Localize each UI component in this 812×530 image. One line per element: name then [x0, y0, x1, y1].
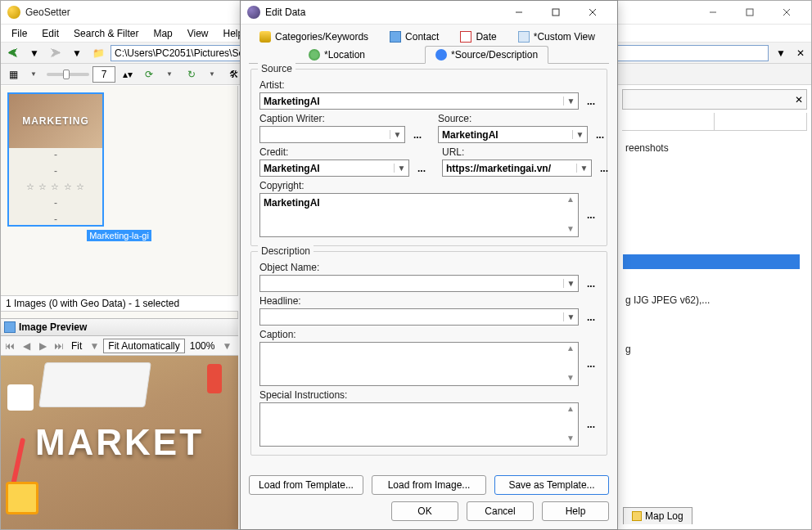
menu-search-filter[interactable]: Search & Filter — [66, 26, 146, 41]
sync-dropdown[interactable]: ▼ — [204, 66, 222, 83]
tab-source-description[interactable]: *Source/Description — [425, 46, 548, 64]
right-text-1: reenshots — [619, 131, 810, 160]
thumb-size-spinner[interactable]: ▴▾ — [119, 66, 137, 83]
url-field[interactable]: ▼ — [442, 159, 592, 177]
fit-dropdown-caret[interactable]: ▼ — [87, 340, 102, 352]
preview-last-button[interactable]: ⏭ — [52, 340, 66, 352]
fit-mode-select[interactable]: Fit Automatically — [103, 339, 184, 353]
right-highlight-bar — [623, 254, 800, 269]
headline-more-button[interactable]: ... — [584, 312, 598, 323]
preview-first-button[interactable]: ⏮ — [2, 340, 17, 352]
main-minimize-button[interactable] — [694, 1, 731, 25]
thumb-size-slider[interactable] — [47, 73, 89, 76]
tab-date[interactable]: Date — [449, 28, 507, 46]
main-close-button[interactable] — [768, 1, 805, 25]
rating-stars[interactable]: ☆ ☆ ☆ ☆ ☆ — [26, 182, 84, 192]
thumb-size-value[interactable] — [92, 66, 115, 83]
chevron-down-icon[interactable]: ▼ — [394, 164, 408, 173]
source-more-button[interactable]: ... — [593, 129, 607, 141]
object-name-more-button[interactable]: ... — [584, 278, 598, 290]
menu-view[interactable]: View — [180, 26, 216, 41]
menu-edit[interactable]: Edit — [34, 26, 66, 41]
scroll-up-icon[interactable]: ▲ — [564, 195, 577, 206]
sync-icon[interactable]: ↻ — [183, 66, 201, 83]
load-from-image-button[interactable]: Load from Image... — [372, 475, 486, 495]
nav-forward-dropdown[interactable]: ▼ — [68, 45, 86, 61]
chevron-down-icon[interactable]: ▼ — [563, 312, 578, 321]
load-from-template-button[interactable]: Load from Template... — [249, 475, 363, 495]
caption-more-button[interactable]: ... — [584, 358, 598, 370]
credit-more-button[interactable]: ... — [414, 163, 429, 174]
tab-contact[interactable]: Contact — [379, 28, 449, 46]
nav-forward-button[interactable]: ⮞ — [47, 45, 65, 61]
credit-field[interactable]: ▼ — [259, 159, 409, 177]
tab-map-log[interactable]: Map Log — [623, 507, 692, 524]
layout-dropdown[interactable]: ▼ — [25, 66, 43, 83]
scroll-up-icon[interactable]: ▲ — [564, 404, 577, 415]
tab-categories[interactable]: Categories/Keywords — [249, 28, 379, 46]
scroll-down-icon[interactable]: ▼ — [564, 224, 577, 236]
path-close-button[interactable]: ✕ — [793, 47, 808, 59]
credit-label: Credit: — [259, 146, 429, 158]
right-column-split — [622, 113, 807, 131]
cancel-button[interactable]: Cancel — [467, 501, 534, 521]
right-close-icon[interactable]: ✕ — [795, 94, 803, 106]
main-maximize-button[interactable] — [731, 1, 768, 25]
thumbnail-item[interactable]: MARKETING - - ☆ ☆ ☆ ☆ ☆ - - — [7, 92, 104, 227]
nav-back-button[interactable]: ⮜ — [4, 45, 22, 61]
scroll-down-icon[interactable]: ▼ — [564, 433, 577, 445]
ok-button[interactable]: OK — [391, 501, 458, 521]
layout-button[interactable]: ▦ — [4, 66, 22, 83]
app-logo-icon — [7, 6, 20, 19]
chevron-down-icon[interactable]: ▼ — [563, 97, 578, 106]
help-button[interactable]: Help — [542, 501, 609, 521]
chevron-down-icon[interactable]: ▼ — [563, 279, 578, 288]
scroll-down-icon[interactable]: ▼ — [564, 373, 577, 384]
scroll-up-icon[interactable]: ▲ — [564, 344, 577, 355]
tab-location[interactable]: *Location — [298, 46, 376, 64]
path-dropdown[interactable]: ▼ — [772, 45, 790, 61]
chevron-down-icon[interactable]: ▼ — [572, 130, 587, 139]
folder-up-icon[interactable]: 📁 — [89, 45, 107, 61]
object-name-label: Object Name: — [259, 262, 598, 273]
copyright-field[interactable]: MarketingAI ▲ ▼ — [259, 193, 579, 237]
thumbnail-filename: Marketing-la-gi — [7, 230, 231, 241]
group-source: Source Artist: ▼ ... Caption Writer: ▼ .… — [250, 69, 607, 246]
map-log-icon — [632, 511, 642, 521]
refresh-icon[interactable]: ⟳ — [140, 66, 158, 83]
zoom-dropdown[interactable]: ▼ — [219, 340, 234, 352]
thumbnail-image: MARKETING — [9, 94, 102, 148]
source-label: Source: — [438, 113, 607, 124]
caption-field[interactable]: ▲ ▼ — [259, 342, 579, 386]
refresh-dropdown[interactable]: ▼ — [161, 66, 179, 83]
menu-file[interactable]: File — [4, 26, 34, 41]
headline-field[interactable]: ▼ — [259, 308, 579, 326]
dialog-close-button[interactable] — [574, 1, 611, 25]
preview-next-button[interactable]: ▶ — [35, 340, 50, 352]
tab-custom-view[interactable]: *Custom View — [508, 28, 606, 46]
special-instructions-field[interactable]: ▲ ▼ — [259, 402, 579, 447]
chevron-down-icon[interactable]: ▼ — [576, 164, 591, 173]
preview-prev-button[interactable]: ◀ — [19, 340, 34, 352]
dialog-maximize-button[interactable] — [537, 1, 574, 25]
caption-writer-field[interactable]: ▼ — [259, 126, 405, 143]
bottom-tabs: Map Log — [623, 507, 692, 524]
url-more-button[interactable]: ... — [597, 163, 611, 174]
info-icon — [435, 49, 447, 61]
nav-back-dropdown[interactable]: ▼ — [25, 45, 43, 61]
chevron-down-icon[interactable]: ▼ — [390, 130, 404, 139]
copyright-more-button[interactable]: ... — [584, 209, 598, 221]
dialog-titlebar: Edit Data — [241, 1, 617, 25]
globe-icon — [309, 49, 320, 61]
object-name-field[interactable]: ▼ — [259, 275, 579, 292]
save-as-template-button[interactable]: Save as Template... — [494, 475, 609, 495]
right-text-3: g — [619, 332, 810, 362]
special-instructions-more-button[interactable]: ... — [584, 419, 598, 430]
artist-field[interactable]: ▼ — [259, 92, 579, 110]
caption-writer-more-button[interactable]: ... — [410, 129, 425, 141]
source-field[interactable]: ▼ — [438, 126, 588, 143]
dialog-title: Edit Data — [265, 7, 305, 18]
dialog-minimize-button[interactable] — [500, 1, 537, 25]
artist-more-button[interactable]: ... — [584, 96, 598, 107]
menu-map[interactable]: Map — [146, 26, 179, 41]
